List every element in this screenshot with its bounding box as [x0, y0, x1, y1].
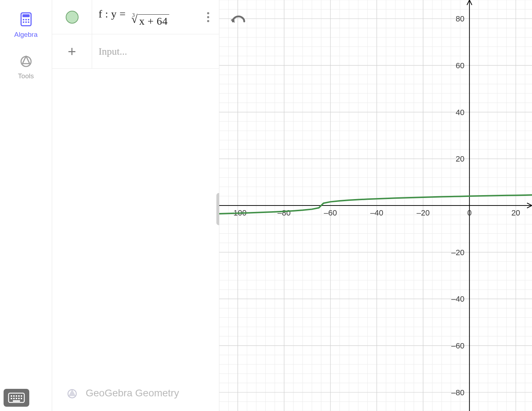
svg-point-7	[27, 21, 29, 23]
svg-text:–60: –60	[324, 208, 337, 217]
brand-footer: GeoGebra Geometry	[52, 386, 219, 400]
svg-rect-131	[18, 398, 20, 399]
svg-text:20: 20	[511, 208, 520, 217]
tools-icon	[17, 52, 35, 69]
tab-label: Tools	[18, 72, 34, 80]
svg-point-8	[21, 56, 31, 66]
svg-text:–80: –80	[451, 388, 465, 397]
svg-rect-124	[13, 395, 15, 397]
keyboard-icon	[8, 392, 25, 403]
tab-tools[interactable]: Tools	[17, 52, 35, 80]
svg-rect-130	[16, 398, 17, 399]
add-row-button[interactable]: +	[52, 34, 92, 68]
tab-label: Algebra	[14, 31, 38, 39]
svg-rect-129	[13, 398, 15, 399]
svg-text:–20: –20	[451, 248, 465, 257]
svg-text:0: 0	[467, 208, 472, 217]
equation-display: f : y = 3 √ x + 64	[99, 8, 169, 26]
svg-rect-126	[18, 395, 20, 397]
svg-point-3	[25, 19, 26, 20]
plus-icon: +	[68, 44, 76, 59]
svg-text:20: 20	[456, 154, 464, 163]
svg-text:–40: –40	[370, 208, 383, 217]
tab-algebra[interactable]: Algebra	[14, 11, 38, 39]
algebra-panel: f : y = 3 √ x + 64 + Input...	[52, 0, 219, 411]
equation-prefix: f : y =	[99, 8, 126, 20]
brand-text: GeoGebra Geometry	[86, 387, 179, 399]
svg-text:80: 80	[456, 14, 464, 23]
virtual-keyboard-button[interactable]	[4, 389, 29, 407]
algebra-row-equation[interactable]: f : y = 3 √ x + 64	[52, 0, 219, 34]
undo-icon	[230, 14, 247, 29]
svg-text:60: 60	[456, 61, 464, 70]
svg-text:40: 40	[456, 108, 464, 117]
calculator-icon	[17, 11, 35, 28]
visibility-toggle[interactable]	[52, 0, 92, 34]
svg-rect-128	[11, 398, 12, 399]
svg-rect-1	[22, 14, 30, 17]
svg-rect-125	[16, 395, 17, 397]
svg-rect-132	[21, 398, 22, 399]
input-field[interactable]: Input...	[92, 46, 219, 57]
svg-point-5	[22, 21, 24, 23]
svg-text:–40: –40	[451, 294, 465, 303]
svg-rect-133	[13, 400, 20, 402]
svg-rect-123	[11, 395, 12, 397]
svg-text:–60: –60	[451, 341, 465, 350]
visibility-dot-icon	[66, 11, 79, 24]
graph-canvas[interactable]: –100–80–60–40–20020–80–60–40–2020406080	[219, 0, 532, 411]
svg-text:–20: –20	[417, 208, 430, 217]
algebra-row-input[interactable]: + Input...	[52, 34, 219, 69]
svg-point-4	[27, 19, 29, 20]
geogebra-logo-icon	[65, 386, 79, 400]
svg-point-6	[25, 21, 26, 23]
svg-point-2	[22, 19, 24, 20]
left-tabbar: Algebra Tools	[0, 0, 52, 411]
row-more-button[interactable]	[203, 9, 213, 25]
svg-rect-127	[21, 395, 22, 397]
svg-text:–80: –80	[277, 208, 291, 217]
radicand: x + 64	[138, 14, 169, 27]
